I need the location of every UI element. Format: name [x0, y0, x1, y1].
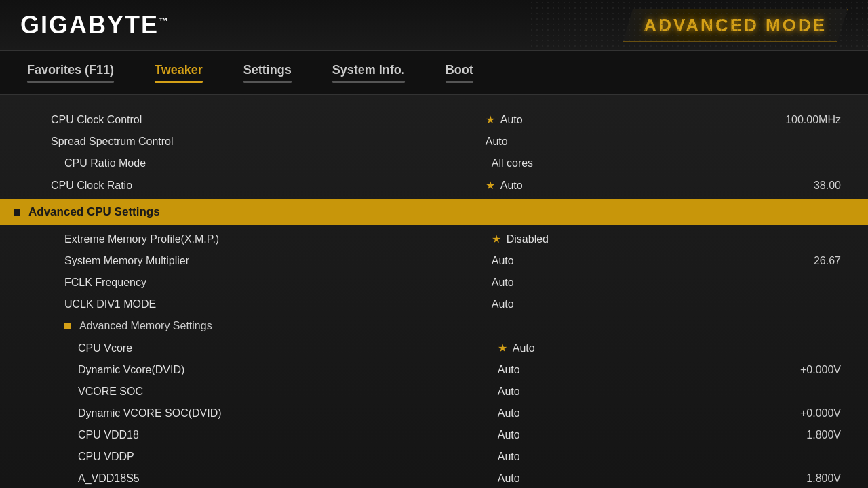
setting-value2: 26.67 [724, 255, 841, 267]
navigation-tabs: Favorites (F11) Tweaker Settings System … [0, 51, 868, 95]
tab-system-info-underline [332, 81, 405, 83]
setting-row-spread-spectrum-control[interactable]: Spread Spectrum Control Auto [0, 131, 868, 152]
tab-favorites-underline [27, 81, 114, 83]
main-content: CPU Clock Control ★ Auto 100.00MHz Sprea… [0, 95, 868, 488]
setting-name: System Memory Multiplier [64, 255, 492, 267]
setting-row-dynamic-vcore-dvid[interactable]: Dynamic Vcore(DVID) Auto +0.000V [0, 359, 868, 381]
setting-name: UCLK DIV1 MODE [64, 298, 492, 310]
tab-boot-underline [446, 81, 473, 83]
gigabyte-logo: GIGABYTE™ [20, 11, 170, 39]
setting-row-system-memory-multiplier[interactable]: System Memory Multiplier Auto 26.67 [0, 250, 868, 272]
setting-row-uclk-div1-mode[interactable]: UCLK DIV1 MODE Auto [0, 293, 868, 315]
setting-value2: 38.00 [722, 180, 841, 192]
tab-system-info[interactable]: System Info. [332, 63, 405, 83]
setting-value: Auto [498, 386, 727, 398]
setting-value: ★ Auto [486, 113, 723, 126]
setting-value: Auto [492, 255, 725, 267]
setting-row-cpu-ratio-mode[interactable]: CPU Ratio Mode All cores [0, 152, 868, 174]
setting-value: Auto [492, 277, 725, 289]
star-icon: ★ [492, 232, 501, 245]
setting-name: CPU Clock Ratio [51, 180, 486, 192]
setting-name: CPU VDDP [78, 451, 498, 463]
setting-row-cpu-vdd18[interactable]: CPU VDD18 Auto 1.800V [0, 424, 868, 446]
setting-value: Auto [486, 136, 723, 148]
star-icon: ★ [486, 113, 495, 126]
section-marker [14, 209, 20, 216]
advanced-mode-text: ADVANCED MODE [644, 15, 827, 35]
setting-name: Spread Spectrum Control [51, 136, 486, 148]
tab-tweaker[interactable]: Tweaker [155, 63, 203, 83]
setting-name: CPU VDD18 [78, 429, 498, 441]
setting-name: A_VDD18S5 [78, 472, 498, 485]
setting-value: Auto [492, 298, 725, 310]
setting-value: ★ Auto [486, 179, 723, 192]
setting-value: All cores [492, 157, 725, 169]
setting-row-vcore-soc[interactable]: VCORE SOC Auto [0, 381, 868, 403]
setting-row-cpu-vcore[interactable]: CPU Vcore ★ Auto [0, 337, 868, 359]
setting-value: Auto [498, 429, 727, 441]
setting-row-dynamic-vcore-soc-dvid[interactable]: Dynamic VCORE SOC(DVID) Auto +0.000V [0, 403, 868, 424]
setting-row-fclk-frequency[interactable]: FCLK Frequency Auto [0, 272, 868, 293]
setting-row-a-vdd18s5[interactable]: A_VDD18S5 Auto 1.800V [0, 468, 868, 488]
setting-value2: 100.00MHz [722, 114, 841, 126]
setting-row-extreme-memory-profile[interactable]: Extreme Memory Profile(X.M.P.) ★ Disable… [0, 228, 868, 250]
settings-list: CPU Clock Control ★ Auto 100.00MHz Sprea… [0, 108, 868, 488]
setting-value: Auto [498, 364, 727, 376]
tab-settings[interactable]: Settings [243, 63, 292, 83]
tab-boot[interactable]: Boot [446, 63, 473, 83]
tab-favorites[interactable]: Favorites (F11) [27, 63, 114, 83]
section-name: Advanced CPU Settings [28, 205, 484, 219]
setting-value: ★ Disabled [492, 232, 725, 245]
setting-row-cpu-vddp[interactable]: CPU VDDP Auto [0, 446, 868, 468]
setting-row-cpu-clock-control[interactable]: CPU Clock Control ★ Auto 100.00MHz [0, 108, 868, 131]
tab-settings-underline [243, 81, 292, 83]
setting-name: Dynamic Vcore(DVID) [78, 364, 498, 376]
setting-value2: 1.800V [726, 472, 841, 485]
setting-value: ★ Auto [498, 342, 727, 354]
subsection-name: Advanced Memory Settings [79, 320, 507, 332]
subsection-marker [64, 323, 71, 329]
subsection-advanced-memory-settings[interactable]: Advanced Memory Settings [0, 315, 868, 337]
advanced-mode-badge: ADVANCED MODE [623, 9, 848, 42]
setting-name: Dynamic VCORE SOC(DVID) [78, 407, 498, 420]
setting-name: FCLK Frequency [64, 277, 492, 289]
setting-value2: 1.800V [726, 429, 841, 441]
setting-value: Auto [498, 407, 727, 420]
setting-name: VCORE SOC [78, 386, 498, 398]
setting-name: CPU Vcore [78, 342, 498, 354]
setting-value2: +0.000V [726, 407, 841, 420]
setting-value: Auto [498, 451, 727, 463]
section-header-advanced-cpu-settings[interactable]: Advanced CPU Settings [0, 199, 868, 225]
setting-name: CPU Clock Control [51, 114, 486, 126]
setting-name: CPU Ratio Mode [64, 157, 492, 169]
setting-name: Extreme Memory Profile(X.M.P.) [64, 233, 492, 245]
tab-tweaker-underline [155, 81, 203, 83]
star-icon: ★ [498, 342, 507, 354]
setting-row-cpu-clock-ratio[interactable]: CPU Clock Ratio ★ Auto 38.00 [0, 174, 868, 197]
setting-value2: +0.000V [726, 364, 841, 376]
setting-value: Auto [498, 472, 727, 485]
star-icon: ★ [486, 179, 495, 192]
